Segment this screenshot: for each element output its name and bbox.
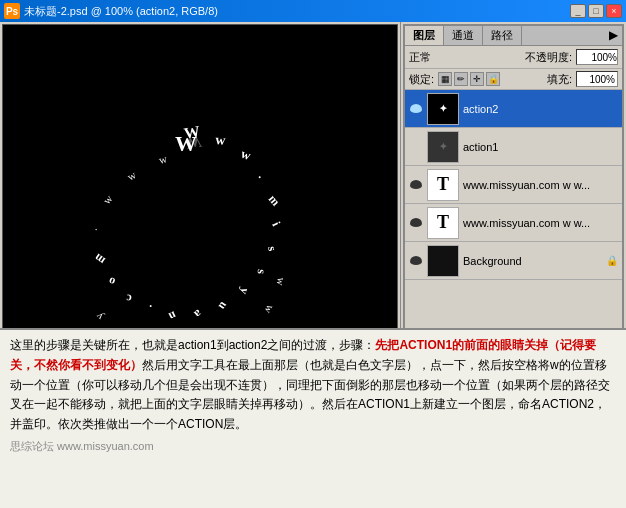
layer-thumbnail: T bbox=[427, 207, 459, 239]
bottom-text-area: 这里的步骤是关键所在，也就是action1到action2之间的过渡，步骤：先把… bbox=[0, 328, 626, 508]
fill-label: 填充: bbox=[547, 72, 572, 87]
svg-text:w: w bbox=[239, 146, 254, 164]
layer-visibility-toggle[interactable] bbox=[409, 102, 423, 116]
lock-pixels-button[interactable]: ✏ bbox=[454, 72, 468, 86]
svg-text:m: m bbox=[91, 251, 107, 268]
layer-visibility-toggle[interactable] bbox=[409, 216, 423, 230]
svg-text:w: w bbox=[157, 152, 168, 166]
layer-name: Background bbox=[463, 255, 602, 267]
svg-text:o: o bbox=[107, 274, 117, 289]
svg-text:u: u bbox=[216, 299, 231, 313]
svg-text:w: w bbox=[275, 277, 288, 287]
panel-menu-button[interactable]: ▶ bbox=[605, 26, 622, 45]
title-bar-left: Ps 未标题-2.psd @ 100% (action2, RGB/8) bbox=[4, 3, 218, 19]
layer-visibility-toggle[interactable] bbox=[409, 254, 423, 268]
layer-lock-icon: 🔒 bbox=[606, 255, 618, 267]
svg-text:w: w bbox=[100, 192, 114, 206]
tab-channels[interactable]: 通道 bbox=[444, 26, 483, 45]
tab-layers[interactable]: 图层 bbox=[405, 26, 444, 45]
svg-text:.: . bbox=[149, 302, 154, 316]
layer-name: www.missyuan.com w w... bbox=[463, 179, 618, 191]
fill-input[interactable] bbox=[576, 71, 618, 87]
panel-tabs: 图层 通道 路径 ▶ bbox=[405, 26, 622, 46]
maximize-button[interactable]: □ bbox=[588, 4, 604, 18]
layer-row[interactable]: ✦ action1 bbox=[405, 128, 622, 166]
close-button[interactable]: × bbox=[606, 4, 622, 18]
layer-visibility-toggle[interactable] bbox=[409, 178, 423, 192]
eye-icon bbox=[410, 218, 422, 227]
lock-transparent-button[interactable]: ▦ bbox=[438, 72, 452, 86]
svg-text:w: w bbox=[125, 168, 138, 182]
eye-icon bbox=[410, 180, 422, 189]
instruction-text: 这里的步骤是关键所在，也就是action1到action2之间的过渡，步骤：先把… bbox=[10, 336, 616, 435]
svg-text:w: w bbox=[262, 303, 276, 316]
window-controls: _ □ × bbox=[570, 4, 622, 18]
svg-text:c: c bbox=[125, 291, 132, 305]
layer-thumbnail bbox=[427, 245, 459, 277]
svg-text:.: . bbox=[87, 224, 99, 232]
svg-text:y: y bbox=[237, 286, 252, 296]
layer-visibility-toggle[interactable] bbox=[409, 140, 423, 154]
layer-name: www.missyuan.com w w... bbox=[463, 217, 618, 229]
layer-row[interactable]: ✦ action2 bbox=[405, 90, 622, 128]
layer-thumbnail: ✦ bbox=[427, 93, 459, 125]
svg-text:y: y bbox=[93, 310, 106, 323]
opacity-input[interactable] bbox=[576, 49, 618, 65]
layer-row[interactable]: Background 🔒 bbox=[405, 242, 622, 280]
blend-mode-row: 正常 不透明度: bbox=[405, 46, 622, 69]
minimize-button[interactable]: _ bbox=[570, 4, 586, 18]
svg-text:m: m bbox=[266, 192, 283, 209]
lock-label: 锁定: bbox=[409, 72, 434, 87]
svg-text:.: . bbox=[256, 168, 266, 181]
svg-text:s: s bbox=[265, 245, 280, 252]
layer-row[interactable]: T www.missyuan.com w w... bbox=[405, 204, 622, 242]
svg-text:a: a bbox=[191, 307, 205, 322]
lock-icons: ▦ ✏ ✛ 🔒 bbox=[438, 72, 500, 86]
layer-row[interactable]: T www.missyuan.com w w... bbox=[405, 166, 622, 204]
eye-icon bbox=[410, 104, 422, 113]
app-icon: Ps bbox=[4, 3, 20, 19]
layer-thumbnail: T bbox=[427, 169, 459, 201]
opacity-label: 不透明度: bbox=[525, 50, 572, 65]
intro-text: 这里的步骤是关键所在，也就是action1到action2之间的过渡，步骤： bbox=[10, 338, 375, 352]
svg-text:i: i bbox=[269, 219, 283, 229]
blend-mode-label: 正常 bbox=[409, 50, 431, 65]
svg-text:n: n bbox=[166, 308, 178, 324]
lock-all-button[interactable]: 🔒 bbox=[486, 72, 500, 86]
title-bar: Ps 未标题-2.psd @ 100% (action2, RGB/8) _ □… bbox=[0, 0, 626, 22]
lock-position-button[interactable]: ✛ bbox=[470, 72, 484, 86]
svg-text:w: w bbox=[215, 132, 227, 148]
layer-thumbnail: ✦ bbox=[427, 131, 459, 163]
lock-row: 锁定: ▦ ✏ ✛ 🔒 填充: bbox=[405, 69, 622, 90]
svg-text:s: s bbox=[255, 269, 269, 275]
svg-text:W: W bbox=[175, 131, 197, 156]
footer-text: 思综论坛 www.missyuan.com bbox=[10, 439, 616, 454]
layer-name: action2 bbox=[463, 103, 618, 115]
layer-name: action1 bbox=[463, 141, 618, 153]
tab-paths[interactable]: 路径 bbox=[483, 26, 522, 45]
eye-icon bbox=[410, 256, 422, 265]
window-title: 未标题-2.psd @ 100% (action2, RGB/8) bbox=[24, 4, 218, 19]
